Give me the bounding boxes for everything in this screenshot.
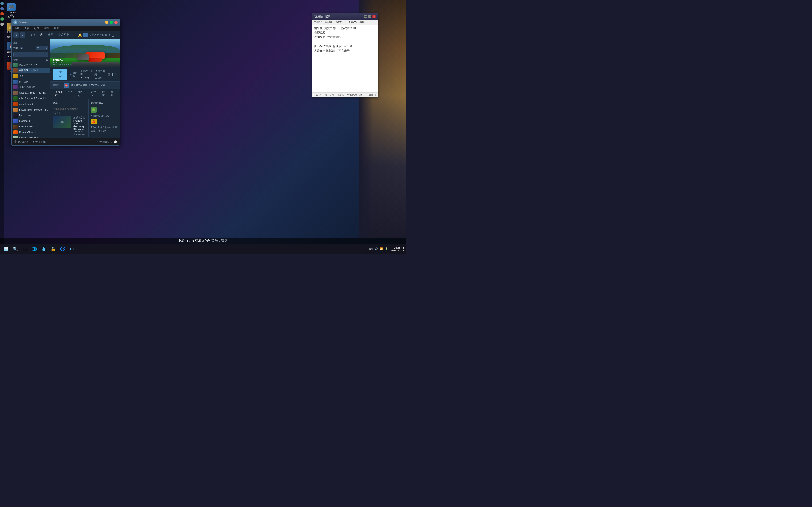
game-tab-community[interactable]: 社区中心 bbox=[75, 89, 88, 99]
game-item-goose[interactable]: Goose Goose Duck bbox=[11, 135, 50, 138]
nav-forward-button[interactable]: ▶ bbox=[20, 33, 25, 38]
game-name-aqo: 阿尔战场 ONLINE bbox=[19, 63, 38, 66]
view-grid-button[interactable]: ⊞ bbox=[44, 46, 48, 50]
game-tab-discuss[interactable]: 讨论区 bbox=[89, 89, 100, 99]
monitor-icon[interactable]: 🖥 bbox=[108, 33, 111, 37]
menu-games[interactable]: 游戏 bbox=[43, 26, 50, 31]
taskbar-search-button[interactable]: 🔍 bbox=[11, 245, 20, 253]
game-item-agatha[interactable]: Agatha Christie - The ABC Murders bbox=[11, 90, 50, 96]
game-icon-agatha bbox=[13, 91, 18, 95]
game-item-zjyd[interactable]: 烁影仿鱼模拟器 bbox=[11, 84, 50, 90]
game-tab-rewards[interactable]: 奖励 bbox=[108, 89, 117, 99]
notepad-controls: — □ ✕ bbox=[364, 15, 376, 18]
notepad-menu-format[interactable]: 格式(O) bbox=[337, 20, 345, 24]
taskbar-start-button[interactable]: 🪟 bbox=[2, 245, 10, 253]
menu-help[interactable]: 帮助 bbox=[53, 26, 60, 31]
game-item-alien[interactable]: Alien Shooter 2 Conscription bbox=[11, 96, 50, 101]
view-list-button[interactable]: ☰ bbox=[36, 46, 40, 50]
minimize-icon[interactable]: _ bbox=[112, 33, 114, 37]
game-icon-braw bbox=[13, 119, 18, 123]
game-item-pjzs[interactable]: 极限竞速：地平线5 bbox=[11, 68, 50, 73]
game-name-jinbi: 金币2 bbox=[19, 74, 25, 78]
notepad-cursor-position: 第 6 行，第 15 列 bbox=[315, 94, 334, 97]
search-input[interactable] bbox=[13, 52, 48, 57]
notepad-content[interactable]: 地平线5免费白嫖 游戏本体+DLC 免费免费！ 视频简介 找我拿就行 自己买了本… bbox=[312, 25, 377, 93]
minimize-button[interactable]: — bbox=[105, 21, 108, 24]
notepad-close-button[interactable]: ✕ bbox=[372, 15, 376, 18]
side-icon-2[interactable] bbox=[0, 7, 4, 10]
game-item-apex[interactable]: Apex Legends bbox=[11, 101, 50, 107]
side-icon-3[interactable] bbox=[0, 12, 4, 15]
add-game-bottom-button[interactable]: ➕ 添加游戏 bbox=[14, 140, 29, 144]
notepad-menu-help[interactable]: 帮助(H) bbox=[359, 20, 368, 24]
sidebar-dropdown-icon[interactable]: ▼ bbox=[19, 47, 23, 49]
notepad-maximize-button[interactable]: □ bbox=[368, 15, 371, 18]
tray-battery-icon[interactable]: 🔋 bbox=[385, 247, 388, 250]
user-avatar bbox=[84, 33, 88, 37]
menu-store[interactable]: 商店 bbox=[13, 26, 20, 31]
activity-input[interactable] bbox=[53, 107, 86, 110]
settings-gear-icon[interactable]: ⚙ bbox=[108, 73, 110, 76]
all-games-label: 全部 bbox=[13, 58, 18, 61]
wishlist-heart-icon[interactable]: ♡ bbox=[114, 73, 117, 76]
manage-downloads-button[interactable]: ⬇ 管理下载 bbox=[32, 140, 46, 144]
tab-store[interactable]: 商店 bbox=[28, 32, 38, 38]
clock-time: 16:48:48 bbox=[391, 246, 404, 249]
taskbar-edge-icon[interactable]: 💧 bbox=[40, 245, 48, 253]
game-count: 22 bbox=[46, 58, 48, 61]
notepad-menu-view[interactable]: 查看(V) bbox=[348, 20, 357, 24]
menu-friends[interactable]: 好友 bbox=[33, 26, 40, 31]
notepad-line-4 bbox=[314, 40, 376, 44]
game-item-bacon[interactable]: Bacon Tales - Between Pigs and Wi bbox=[11, 107, 50, 113]
sidebar-search: ≡ bbox=[13, 52, 48, 57]
game-name-black: Black Home bbox=[19, 114, 32, 117]
close-button[interactable]: ✕ bbox=[114, 21, 118, 24]
steam-title-text: Steam bbox=[19, 21, 27, 24]
friends-chat-label: 好友与聊天： 💬 bbox=[97, 140, 117, 144]
maximize-button[interactable]: ⊕ bbox=[110, 21, 113, 24]
game-item-aqo[interactable]: 阿尔战场 ONLINE bbox=[11, 62, 50, 68]
sidebar-view-toggle: ☰ + ⊞ bbox=[36, 46, 48, 50]
view-plus-button[interactable]: + bbox=[40, 46, 44, 50]
tab-community[interactable]: 社区 bbox=[45, 32, 56, 38]
taskbar-wheel-icon[interactable]: 🌀 bbox=[58, 245, 67, 253]
filter-icon[interactable]: ≡ bbox=[46, 53, 47, 56]
game-tab-home[interactable]: 游戏主页 bbox=[53, 89, 65, 99]
notepad-menu-file[interactable]: 文件(F) bbox=[314, 20, 322, 24]
tab-username[interactable]: 安盖丹斯 bbox=[56, 32, 72, 38]
play-time-info: ⏱ 游戏时间 10 分钟 bbox=[94, 69, 106, 79]
taskbar-browser-icon[interactable]: 🌐 bbox=[30, 245, 39, 253]
game-item-jinbi[interactable]: 金币2 bbox=[11, 73, 50, 79]
nav-back-button[interactable]: ◀ bbox=[13, 33, 18, 38]
close-x-icon[interactable]: ✕ bbox=[115, 33, 118, 37]
game-name-pjzs: 极限竞速：地平线5 bbox=[19, 69, 39, 72]
notepad-menubar: 文件(F) 编辑(E) 格式(O) 查看(V) 帮助(H) bbox=[312, 20, 377, 25]
tray-speaker-icon[interactable]: 🔊 bbox=[374, 247, 378, 250]
game-item-braw[interactable]: Brawlhalla bbox=[11, 118, 50, 124]
game-item-cs2[interactable]: Counter-Strike 2 bbox=[11, 129, 50, 135]
play-button[interactable]: 借用 bbox=[53, 69, 67, 80]
game-item-broken[interactable]: Broken Armor bbox=[11, 124, 50, 129]
taskbar-lock-icon[interactable]: 🔒 bbox=[49, 245, 57, 253]
side-icon-4[interactable] bbox=[0, 17, 4, 21]
notepad-minimize-button[interactable]: — bbox=[364, 15, 367, 18]
taskbar-steam-icon[interactable]: ⚙ bbox=[68, 245, 76, 253]
chat-icon[interactable]: 💬 bbox=[113, 140, 117, 144]
side-icon-5[interactable] bbox=[0, 22, 4, 26]
tab-library[interactable]: 库 bbox=[38, 32, 45, 38]
notification-bell-icon[interactable]: 🔔 bbox=[78, 33, 82, 37]
game-tabs: 游戏主页 DLC 社区中心 讨论区 指南 奖励 bbox=[50, 89, 119, 99]
notepad-menu-edit[interactable]: 编辑(E) bbox=[325, 20, 334, 24]
side-icon-1[interactable] bbox=[0, 2, 4, 5]
game-tab-dlc[interactable]: DLC bbox=[65, 89, 75, 99]
game-item-qhkj[interactable]: 欺诈空间 bbox=[11, 79, 50, 84]
game-item-black[interactable]: Black Home bbox=[11, 113, 50, 118]
desktop-icon-veryyukai[interactable]: 🎮 VeryYukai VK游戏盒 bbox=[5, 2, 17, 20]
tray-network-icon[interactable]: 📶 bbox=[380, 247, 383, 250]
info-icon[interactable]: ℹ bbox=[112, 73, 113, 76]
game-control-icons: ⚙ ℹ ♡ bbox=[108, 73, 117, 76]
menu-view[interactable]: 查看 bbox=[23, 26, 30, 31]
taskbar-task-view[interactable]: ⊟ bbox=[21, 245, 29, 253]
game-icon-bacon bbox=[13, 108, 18, 112]
game-tab-guides[interactable]: 指南 bbox=[100, 89, 109, 99]
